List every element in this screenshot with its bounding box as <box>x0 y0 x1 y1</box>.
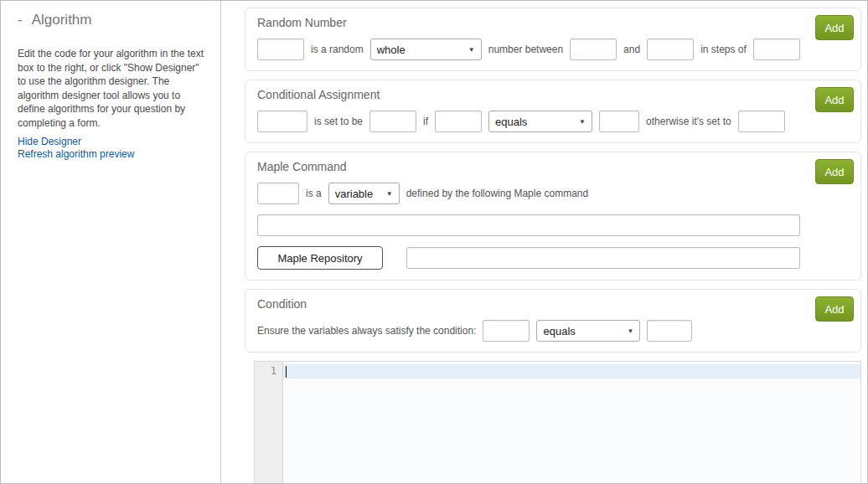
conditional-assignment-row: is set to be if equals ▼ otherwise it's … <box>257 111 849 132</box>
maple-command-row: is a variable ▼ defined by the following… <box>257 183 849 204</box>
random-number-panel: Add Random Number is a random whole ▼ nu… <box>245 8 861 71</box>
selected-option-label: whole <box>377 44 406 56</box>
chevron-down-icon: ▼ <box>628 327 634 335</box>
conditional-value-input[interactable] <box>369 111 416 132</box>
editor-active-line <box>283 364 860 378</box>
random-number-variable-input[interactable] <box>257 39 304 60</box>
random-number-step-input[interactable] <box>753 39 800 60</box>
label-otherwise: otherwise it's set to <box>646 116 731 127</box>
label-if: if <box>423 116 428 127</box>
label-defined-by: defined by the following Maple command <box>406 188 588 199</box>
label-and: and <box>623 44 640 55</box>
conditional-left-operand-input[interactable] <box>435 111 482 132</box>
label-ensure-condition: Ensure the variables always satisfy the … <box>257 325 476 337</box>
condition-add-button[interactable]: Add <box>815 296 854 322</box>
random-number-row: is a random whole ▼ number between and i… <box>257 39 849 60</box>
random-number-type-select[interactable]: whole ▼ <box>370 39 482 60</box>
refresh-algorithm-preview-link[interactable]: Refresh algorithm preview <box>18 148 205 161</box>
maple-command-panel: Add Maple Command is a variable ▼ define… <box>245 152 861 281</box>
maple-command-input-row <box>257 214 849 236</box>
label-number-between: number between <box>488 44 563 55</box>
chevron-down-icon: ▼ <box>579 118 586 126</box>
condition-panel: Add Condition Ensure the variables alway… <box>245 289 861 353</box>
maple-variable-input[interactable] <box>257 183 299 204</box>
algorithm-code-editor[interactable]: 1 <box>254 361 861 483</box>
algorithm-designer-content: Add Random Number is a random whole ▼ nu… <box>221 1 867 483</box>
label-is-a-random: is a random <box>311 44 364 55</box>
condition-left-operand-input[interactable] <box>483 320 530 342</box>
conditional-assignment-panel: Add Conditional Assignment is set to be … <box>245 80 861 143</box>
maple-repository-search-input[interactable] <box>406 247 800 269</box>
random-number-add-button[interactable]: Add <box>815 15 854 40</box>
chevron-down-icon: ▼ <box>468 46 475 54</box>
condition-comparison-select[interactable]: equals ▼ <box>536 320 640 342</box>
random-number-min-input[interactable] <box>570 39 617 60</box>
page-title: Algorithm <box>32 12 92 28</box>
maple-type-select[interactable]: variable ▼ <box>328 183 400 204</box>
conditional-right-operand-input[interactable] <box>599 111 639 132</box>
condition-panel-title: Condition <box>257 297 849 311</box>
line-number: 1 <box>255 364 282 378</box>
label-is-a: is a <box>306 188 322 199</box>
chevron-down-icon: ▼ <box>386 190 393 198</box>
conditional-variable-input[interactable] <box>257 111 307 132</box>
maple-repository-row: Maple Repository <box>257 246 849 270</box>
algorithm-section-header: -Algorithm <box>18 12 205 28</box>
collapse-toggle[interactable]: - <box>18 12 23 28</box>
conditional-assignment-panel-title: Conditional Assignment <box>257 88 849 101</box>
maple-command-input[interactable] <box>257 214 800 236</box>
maple-command-add-button[interactable]: Add <box>815 159 854 184</box>
conditional-assignment-add-button[interactable]: Add <box>815 87 854 112</box>
editor-line-number-gutter: 1 <box>255 362 283 483</box>
selected-option-label: equals <box>543 325 575 337</box>
label-is-set-to-be: is set to be <box>314 116 363 127</box>
condition-row: Ensure the variables always satisfy the … <box>257 320 849 342</box>
selected-option-label: variable <box>335 188 374 200</box>
maple-command-panel-title: Maple Command <box>257 160 849 173</box>
selected-option-label: equals <box>495 116 527 128</box>
sidebar-description: Edit the code for your algorithm in the … <box>18 47 205 130</box>
editor-text-area[interactable] <box>283 362 860 483</box>
algorithm-editor-window: -Algorithm Edit the code for your algori… <box>0 0 868 484</box>
sidebar: -Algorithm Edit the code for your algori… <box>1 1 221 483</box>
maple-repository-button[interactable]: Maple Repository <box>257 246 383 270</box>
random-number-panel-title: Random Number <box>257 16 849 29</box>
label-in-steps-of: in steps of <box>700 44 747 55</box>
random-number-max-input[interactable] <box>647 39 694 60</box>
text-cursor-icon <box>286 366 287 378</box>
conditional-else-value-input[interactable] <box>738 111 785 132</box>
condition-right-operand-input[interactable] <box>647 320 692 342</box>
sidebar-links: Hide Designer Refresh algorithm preview <box>18 136 205 161</box>
conditional-comparison-select[interactable]: equals ▼ <box>488 111 592 132</box>
hide-designer-link[interactable]: Hide Designer <box>18 136 205 148</box>
